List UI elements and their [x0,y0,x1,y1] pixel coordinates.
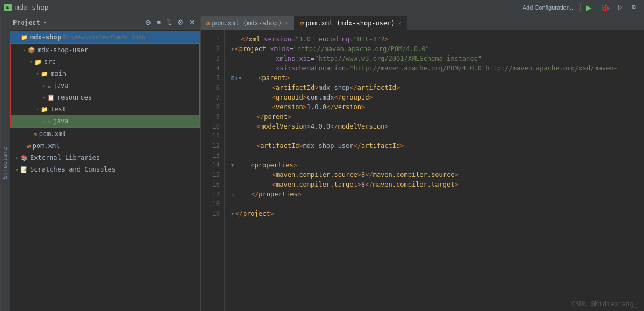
add-configuration-button[interactable]: Add Configuration... [517,3,581,12]
debug-button[interactable]: 🐞 [597,2,613,13]
line-num-14: 14 [201,160,220,170]
pom-root-label: pom.xml [33,142,60,150]
code-line-13 [231,151,638,160]
tab-label-1: pom.xml (mdx-shop) [212,19,282,27]
title-left: ▶ mdx-shop [4,3,49,11]
add-content-button[interactable]: ⊕ [144,18,153,27]
tab-close-2[interactable]: ✕ [398,20,402,26]
line-num-9: 9 [201,112,220,122]
java-test-icon: ☕ [47,118,51,125]
code-line-12: <artifactId>mdx-shop-user</artifactId> [231,141,638,151]
pom-root-icon: m [27,143,31,150]
pom-user-icon: m [33,131,37,138]
line-num-10: 10 [201,122,220,131]
test-expand-arrow: ▾ [34,107,41,112]
code-content[interactable]: <?xml version="1.0" encoding="UTF-8"?> ▼… [225,30,644,311]
line-num-19: 19 [201,209,220,218]
ext-libs-label: External Libraries [30,154,100,161]
tab-icon-1: m [206,19,210,27]
bookmark-17: ⬦ [231,189,234,199]
scratches-arrow: ▸ [14,167,20,172]
main-label: main [51,70,66,77]
line-num-8: 8 [201,102,220,112]
coverage-button[interactable]: ▷ [615,3,626,12]
editor-area: m pom.xml (mdx-shop) ✕ m pom.xml (mdx-sh… [201,15,644,311]
structure-sidebar[interactable]: Structure [0,15,10,311]
code-line-10: <modelVersion>4.0.0</modelVersion> [231,122,638,131]
tree-item-java-main[interactable]: ▸ ☕ java [11,80,199,91]
code-line-7: <groupId>com.mdx</groupId> [231,93,638,102]
tree-item-pom-root[interactable]: m pom.xml [10,140,200,152]
code-line-11 [231,131,638,141]
tab-pom-user[interactable]: m pom.xml (mdx-shop-user) ✕ [294,16,407,30]
title-bar: ▶ mdx-shop Add Configuration... ▶ 🐞 ▷ ⚙ [0,0,644,15]
module-label: mdx-shop-user [38,46,88,54]
app-icon: ▶ [4,4,12,11]
tab-icon-2: m [299,19,303,27]
root-expand-arrow: ▾ [14,34,20,40]
tree-item-pom-user[interactable]: m pom.xml [10,128,200,140]
sort-button[interactable]: ⇅ [164,18,174,27]
tab-close-1[interactable]: ✕ [285,20,288,26]
tab-pom-shop[interactable]: m pom.xml (mdx-shop) ✕ [201,16,294,30]
tree-item-resources[interactable]: ▸ 📋 resources [11,91,199,103]
java-test-arrow: ▸ [41,118,47,124]
fold-2[interactable]: ▼ [231,44,234,54]
tab-label-2: pom.xml (mdx-shop-user) [306,19,395,27]
main-expand-arrow: ▾ [34,71,41,76]
java-main-arrow: ▸ [41,83,47,88]
watermark: CSDN @Midiexiang_ [571,300,638,308]
line-num-13: 13 [201,151,220,160]
line-num-3: 3 [201,54,220,63]
code-line-14: ▼ <properties> [231,160,638,170]
resources-label: resources [57,94,92,101]
line-num-12: 12 [201,141,220,151]
close-panel-button[interactable]: ✕ [188,18,197,27]
collapse-all-button[interactable]: ≡ [155,18,162,27]
scratches-label: Scratches and Consoles [30,166,116,173]
build-button[interactable]: ⚙ [628,3,640,12]
tree-item-src[interactable]: ▾ 📁 src [11,56,199,68]
root-folder-icon: 📁 [20,34,28,41]
java-main-label: java [53,82,69,89]
line-num-18: 18 [201,199,220,209]
tree-root[interactable]: ▾ 📁 mdx-shop D:\dev\project\mdx-shop [10,31,200,43]
line-num-6: 6 [201,83,220,93]
src-label: src [44,58,56,66]
src-folder-icon: 📁 [34,59,42,66]
code-line-6: <artifactId>mdx-shop</artifactId> [231,83,638,93]
fold-5[interactable]: ▼ [239,73,241,83]
run-button[interactable]: ▶ [583,2,595,13]
tree-item-java-test[interactable]: ▸ ☕ java [11,115,199,127]
fold-19[interactable]: ▼ [231,209,234,218]
file-tree: ▾ 📁 mdx-shop D:\dev\project\mdx-shop ▾ 📦… [10,30,200,311]
resources-arrow: ▸ [41,95,47,100]
code-line-8: <version>1.0.0</version> [231,102,638,112]
tree-item-ext-libs[interactable]: ▸ 📚 External Libraries [10,152,200,164]
tree-item-test[interactable]: ▾ 📁 test [11,103,199,115]
code-line-16: <maven.compiler.target>8</maven.compiler… [231,180,638,189]
code-line-2: ▼ <project xmlns="http://maven.apache.or… [231,44,638,54]
code-editor: 1 2 3 4 5 6 7 8 9 10 11 12 13 14 15 16 1… [201,30,644,311]
code-line-19: ▼ </project> [231,209,638,218]
line-num-17: 17 [201,189,220,199]
fold-14[interactable]: ▼ [231,160,234,170]
project-toolbar: Project ▾ ⊕ ≡ ⇅ ⚙ ✕ [10,15,200,30]
main-layout: Structure Project ▾ ⊕ ≡ ⇅ ⚙ ✕ ▾ 📁 mdx-sh… [0,15,644,311]
settings-button[interactable]: ⚙ [176,18,185,27]
line-num-11: 11 [201,131,220,141]
main-folder-icon: 📁 [41,70,48,77]
project-panel-label: Project [13,19,40,26]
scratches-icon: 📝 [20,166,28,173]
resources-icon: 📋 [47,94,55,101]
tree-item-main[interactable]: ▾ 📁 main [11,68,199,80]
module-expand-arrow: ▾ [22,47,28,53]
tree-item-mdx-shop-user[interactable]: ▾ 📦 mdx-shop-user [11,44,199,56]
tab-bar: m pom.xml (mdx-shop) ✕ m pom.xml (mdx-sh… [201,15,644,30]
line-numbers: 1 2 3 4 5 6 7 8 9 10 11 12 13 14 15 16 1… [201,30,225,311]
tree-item-scratches[interactable]: ▸ 📝 Scratches and Consoles [10,164,200,175]
test-label: test [51,105,66,113]
line-num-15: 15 [201,170,220,180]
code-line-1: <?xml version="1.0" encoding="UTF-8"?> [231,34,638,44]
structure-label: Structure [2,147,9,179]
